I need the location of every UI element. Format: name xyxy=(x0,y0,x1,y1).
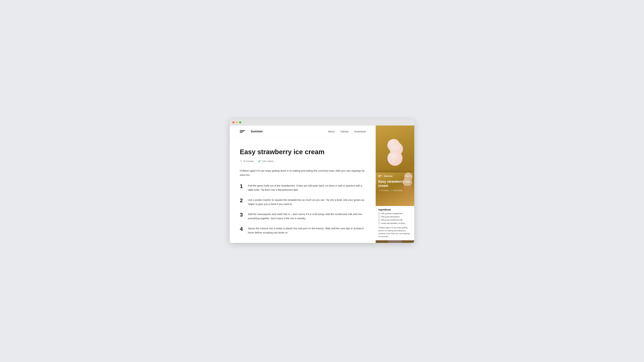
mobile-logo-line-2 xyxy=(378,176,381,176)
mobile-logo-line-1 xyxy=(378,175,382,176)
mobile-ingredient-3-text: 200 g can condensed milk xyxy=(381,219,403,221)
logo-line-2 xyxy=(240,131,244,132)
mobile-cone xyxy=(403,186,412,199)
mobile-logo-divider xyxy=(383,175,383,177)
mobile-body-content: Ingredients 400 g punnet strawberries 25… xyxy=(376,206,414,241)
article-meta: ⏱ 30 minutes 🔗 Cold, Sweet xyxy=(240,160,366,163)
minimize-dot[interactable] xyxy=(236,121,238,123)
mobile-ingredient-4: cones and sprinkles, to serve xyxy=(378,222,412,225)
mobile-ingredient-2-text: 250 g tub mascarpone xyxy=(381,216,400,218)
step-number-2: 2 xyxy=(240,197,244,206)
mobile-ingredient-4-text: cones and sprinkles, to serve xyxy=(381,222,405,225)
step-text-2: Use a potato masher to squash the strawb… xyxy=(248,197,366,206)
logo-icon xyxy=(240,129,245,134)
step-text-3: Add the mascarpone and mash this in – do… xyxy=(248,211,366,221)
browser-content: Summer About GitHub Download Easy strawb… xyxy=(230,125,414,243)
steps-list: 1 Pull the green hulls out of the strawb… xyxy=(240,183,366,235)
close-dot[interactable] xyxy=(232,121,234,123)
tag-icon: 🔗 xyxy=(258,160,261,163)
nav-links: About GitHub Download xyxy=(328,130,366,133)
mobile-ingredient-3: 200 g can condensed milk xyxy=(378,219,412,221)
step-number-1: 1 xyxy=(240,183,244,192)
mobile-ice-cream-visual xyxy=(399,172,414,201)
logo-name: Summer xyxy=(251,130,263,133)
mobile-tag-icon: 🔗 xyxy=(391,190,393,191)
logo-line-1 xyxy=(240,130,245,131)
mobile-checkbox-4[interactable] xyxy=(378,222,380,224)
ice-cream-scoop-1 xyxy=(388,151,402,166)
meta-tags-value: Cold, Sweet xyxy=(262,160,274,162)
mobile-ingredient-1: 400 g punnet strawberries xyxy=(378,212,412,215)
step-item-4: 4 Spoon the mixture into a metal or plas… xyxy=(240,225,366,235)
mobile-logo-line-3 xyxy=(378,177,380,177)
step-text-4: Spoon the mixture into a metal or plasti… xyxy=(248,225,366,235)
logo-line-3 xyxy=(240,132,242,133)
nav-link-about[interactable]: About xyxy=(328,130,334,133)
nav-link-github[interactable]: GitHub xyxy=(340,130,348,133)
mobile-logo-area: Summer xyxy=(378,175,392,177)
step-number-4: 4 xyxy=(240,225,244,235)
mobile-ingredients-title: Ingredients xyxy=(378,208,412,211)
main-page: Summer About GitHub Download Easy strawb… xyxy=(230,125,376,243)
article-intro: Children aged 3-6 can enjoy getting stuc… xyxy=(240,169,366,177)
clock-icon: ⏱ xyxy=(240,160,242,163)
step-item-3: 3 Add the mascarpone and mash this in – … xyxy=(240,211,366,221)
meta-time-value: 30 minutes xyxy=(243,160,254,162)
hero-image-panel: Ingredie... 400 g pu... strawberries 250… xyxy=(376,125,414,243)
mobile-card-header: Summer MENU Easy strawberry ice cream ⏱ … xyxy=(376,172,414,206)
article-title: Easy strawberry ice cream xyxy=(240,148,366,156)
step-item-1: 1 Pull the green hulls out of the strawb… xyxy=(240,183,366,192)
mobile-ingredient-1-text: 400 g punnet strawberries xyxy=(381,212,402,215)
nav-link-download[interactable]: Download xyxy=(354,130,366,133)
browser-chrome xyxy=(230,119,414,125)
mobile-time-value: 30 minutes xyxy=(381,190,389,191)
mobile-checkbox-2[interactable] xyxy=(378,216,380,218)
step-number-3: 3 xyxy=(240,211,244,221)
meta-time: ⏱ 30 minutes xyxy=(240,160,254,163)
browser-window: Summer About GitHub Download Easy strawb… xyxy=(230,119,414,243)
article-body: Easy strawberry ice cream ⏱ 30 minutes 🔗… xyxy=(230,138,376,243)
navigation: Summer About GitHub Download xyxy=(230,125,376,138)
step-item-2: 2 Use a potato masher to squash the stra… xyxy=(240,197,366,206)
mobile-scoop-1 xyxy=(403,177,412,187)
mobile-checkbox-1[interactable] xyxy=(378,213,380,214)
mobile-ingredient-2: 250 g tub mascarpone xyxy=(378,216,412,218)
mobile-meta-time: ⏱ 30 minutes xyxy=(378,190,389,191)
mobile-logo-icon xyxy=(378,175,382,177)
logo-area: Summer xyxy=(240,129,263,134)
mobile-logo-name: Summer xyxy=(384,175,392,177)
mobile-description: Children aged 3-6 can enjoy getting stuc… xyxy=(378,226,412,238)
logo-divider xyxy=(248,129,248,134)
mobile-clock-icon: ⏱ xyxy=(378,190,380,191)
maximize-dot[interactable] xyxy=(239,121,241,123)
mobile-card: Summer MENU Easy strawberry ice cream ⏱ … xyxy=(376,172,414,241)
step-text-1: Pull the green hulls out of the strawber… xyxy=(248,183,366,192)
mobile-checkbox-3[interactable] xyxy=(378,219,380,221)
meta-tags: 🔗 Cold, Sweet xyxy=(258,160,274,163)
